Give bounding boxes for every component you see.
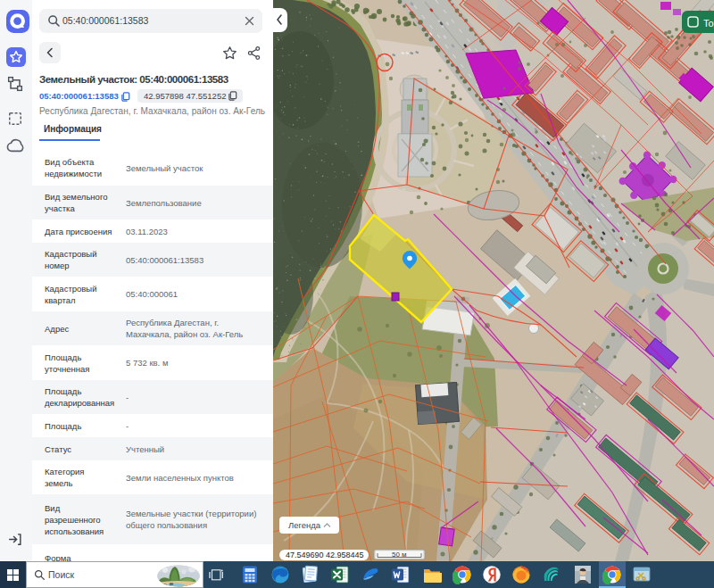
- svg-text:47.549690 42.958445: 47.549690 42.958445: [286, 551, 364, 559]
- svg-text:Легенда: Легенда: [288, 520, 321, 530]
- svg-text:Top: Top: [703, 18, 714, 29]
